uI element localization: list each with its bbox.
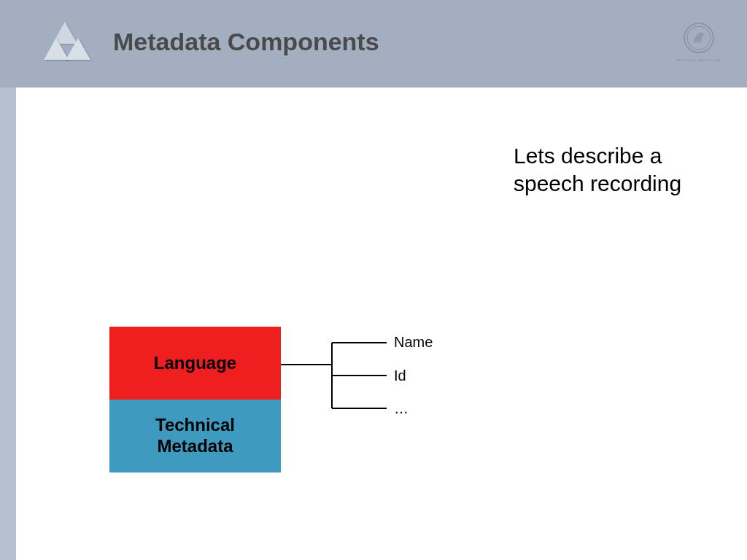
mpg-seal-icon: MAX-PLANCK-GESELLSCHAFT <box>677 20 721 64</box>
slide: Metadata Components MAX-PLANCK-GESELLSCH… <box>0 0 747 560</box>
box-technical-label: Technical Metadata <box>155 415 235 457</box>
slide-caption: Lets describe a speech recording <box>514 142 711 197</box>
branch-label-ellipsis: … <box>394 400 409 417</box>
triangles-icon <box>50 22 93 62</box>
svg-text:MAX-PLANCK-GESELLSCHAFT: MAX-PLANCK-GESELLSCHAFT <box>677 58 721 62</box>
slide-title: Metadata Components <box>113 28 379 56</box>
box-technical-metadata: Technical Metadata <box>109 400 281 472</box>
slide-header: Metadata Components MAX-PLANCK-GESELLSCH… <box>0 0 747 88</box>
branch-label-id: Id <box>394 368 406 384</box>
box-language: Language <box>109 327 281 400</box>
branch-label-name: Name <box>394 334 433 351</box>
branch-connector <box>281 328 398 430</box>
box-language-label: Language <box>154 353 236 373</box>
